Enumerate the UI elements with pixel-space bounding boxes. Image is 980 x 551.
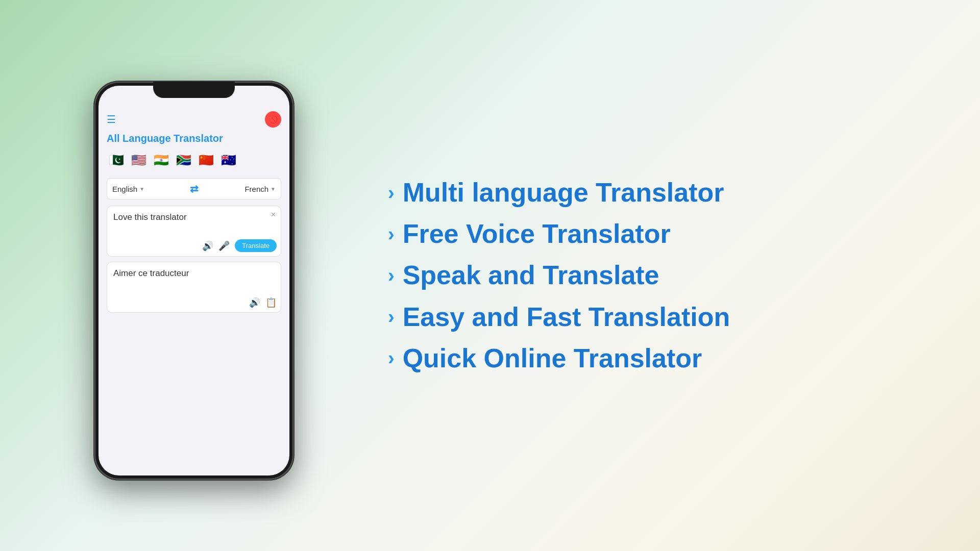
source-text-box[interactable]: Love this translator × 🔊 🎤 Translate [107, 206, 281, 257]
flag-pakistan[interactable]: 🇵🇰 [107, 151, 126, 170]
app-content: ☰ 🚫 All Language Translator 🇵🇰 🇺🇸 🇮🇳 🇿🇦 … [99, 86, 289, 475]
input-actions: 🔊 🎤 Translate [202, 239, 277, 252]
flag-india[interactable]: 🇮🇳 [152, 151, 171, 170]
feature-label-3: Speak and Translate [403, 261, 659, 290]
feature-item-2: › Free Voice Translator [388, 215, 939, 253]
phone-notch [153, 82, 235, 98]
flag-australia[interactable]: 🇦🇺 [219, 151, 238, 170]
chevron-icon-4: › [388, 307, 395, 327]
source-lang-chevron: ▼ [139, 186, 144, 192]
output-text-box: Aimer ce traducteur 🔊 📋 [107, 262, 281, 313]
translate-button[interactable]: Translate [235, 239, 277, 252]
feature-label-1: Multi language Translator [403, 178, 724, 207]
copy-icon[interactable]: 📋 [265, 297, 277, 308]
flag-china[interactable]: 🇨🇳 [197, 151, 216, 170]
speaker-icon[interactable]: 🔊 [202, 240, 213, 252]
translated-text: Aimer ce traducteur [113, 268, 275, 279]
output-speaker-icon[interactable]: 🔊 [249, 297, 260, 308]
feature-item-5: › Quick Online Translator [388, 340, 939, 377]
target-language-label: French [244, 185, 268, 193]
app-header: ☰ 🚫 [107, 111, 281, 128]
chevron-icon-3: › [388, 266, 395, 285]
flags-row: 🇵🇰 🇺🇸 🇮🇳 🇿🇦 🇨🇳 🇦🇺 [107, 151, 281, 170]
source-language-button[interactable]: English ▼ [112, 185, 186, 193]
feature-item-1: › Multi language Translator [388, 174, 939, 211]
source-language-label: English [112, 185, 137, 193]
phone-mockup: ☰ 🚫 All Language Translator 🇵🇰 🇺🇸 🇮🇳 🇿🇦 … [94, 82, 293, 480]
phone-screen: ☰ 🚫 All Language Translator 🇵🇰 🇺🇸 🇮🇳 🇿🇦 … [99, 86, 289, 475]
phone-body: ☰ 🚫 All Language Translator 🇵🇰 🇺🇸 🇮🇳 🇿🇦 … [94, 82, 293, 480]
feature-label-5: Quick Online Translator [403, 344, 702, 373]
feature-label-2: Free Voice Translator [403, 219, 671, 248]
flag-south-africa[interactable]: 🇿🇦 [174, 151, 193, 170]
feature-label-4: Easy and Fast Translation [403, 303, 730, 332]
mic-icon[interactable]: 🎤 [218, 240, 230, 252]
swap-languages-button[interactable]: ⇄ [190, 183, 199, 195]
target-language-button[interactable]: French ▼ [203, 185, 276, 193]
clear-input-button[interactable]: × [271, 210, 276, 219]
flag-usa[interactable]: 🇺🇸 [129, 151, 149, 170]
source-text: Love this translator [113, 212, 275, 222]
target-lang-chevron: ▼ [271, 186, 276, 192]
features-section: › Multi language Translator › Free Voice… [347, 143, 980, 408]
app-title: All Language Translator [107, 133, 281, 144]
left-section: ☰ 🚫 All Language Translator 🇵🇰 🇺🇸 🇮🇳 🇿🇦 … [0, 0, 347, 551]
chevron-icon-5: › [388, 348, 395, 368]
language-selector[interactable]: English ▼ ⇄ French ▼ [107, 178, 281, 199]
output-actions: 🔊 📋 [249, 297, 277, 308]
feature-item-3: › Speak and Translate [388, 257, 939, 294]
chevron-icon-1: › [388, 183, 395, 203]
chevron-icon-2: › [388, 224, 395, 244]
menu-icon[interactable]: ☰ [107, 113, 116, 126]
feature-item-4: › Easy and Fast Translation [388, 298, 939, 336]
no-icon[interactable]: 🚫 [265, 111, 281, 128]
